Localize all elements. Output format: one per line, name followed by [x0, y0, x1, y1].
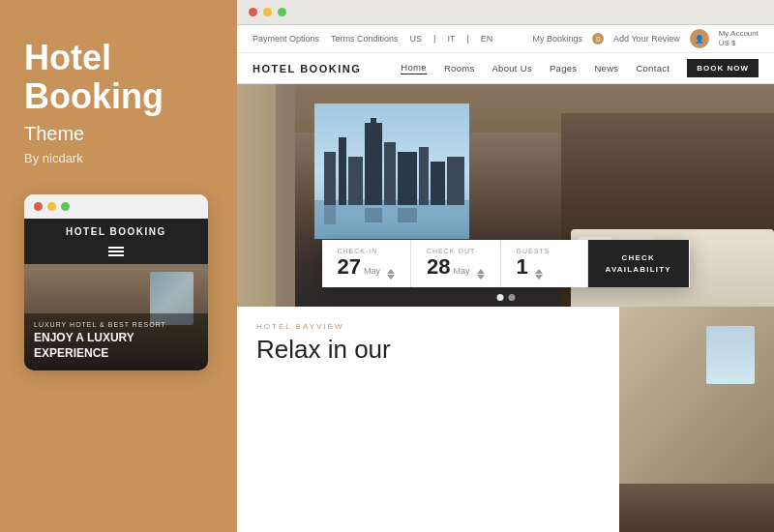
browser-dot-red [249, 8, 257, 16]
guests-up-arrow[interactable] [535, 269, 543, 274]
browser-chrome [237, 0, 774, 25]
check-btn-label: CHECKAVAILABILITY [606, 252, 671, 274]
lang-separator-2: | [466, 34, 468, 44]
mobile-tagline: LUXURY HOTEL & BEST RESORT [34, 321, 198, 328]
checkout-arrows[interactable] [477, 269, 485, 280]
terms-conditions-link[interactable]: Terms Conditions [331, 34, 399, 44]
dot-red [34, 202, 43, 211]
guests-field: GUESTS 1 [501, 240, 588, 287]
svg-rect-3 [339, 137, 346, 205]
svg-rect-1 [314, 200, 469, 239]
checkout-field: CHECK OUT 28 May [411, 240, 501, 287]
website-preview: Payment Options Terms Conditions US | IT… [237, 25, 774, 532]
slide-dot-2[interactable] [508, 294, 515, 301]
checkin-field: CHECK-IN 27 May [322, 240, 412, 287]
browser-dot-green [278, 8, 286, 16]
svg-rect-10 [431, 162, 445, 205]
add-review-link[interactable]: Add Your Review [613, 34, 680, 44]
checkin-label: CHECK-IN [338, 248, 396, 254]
room-thumbnail [619, 307, 774, 532]
svg-rect-12 [324, 205, 336, 224]
dot-green [61, 202, 70, 211]
checkin-value: 27 May [338, 256, 396, 280]
svg-rect-7 [384, 142, 396, 205]
guests-arrows[interactable] [535, 269, 543, 280]
hero-curtain [237, 84, 276, 307]
checkout-month: May [453, 266, 469, 276]
checkout-label: CHECK OUT [427, 248, 485, 254]
theme-label: Theme [24, 123, 213, 145]
lang-us[interactable]: US [410, 34, 423, 44]
svg-rect-14 [398, 208, 417, 222]
page-title: HotelBooking [24, 39, 213, 115]
lang-it[interactable]: IT [447, 34, 455, 44]
hamburger-line-1 [108, 247, 124, 249]
mobile-hero-overlay: LUXURY HOTEL & BEST RESORT ENJOY A LUXUR… [24, 313, 208, 370]
topbar-right: My Bookings 0 Add Your Review 👤 My Accou… [533, 29, 759, 48]
guests-down-arrow[interactable] [535, 275, 543, 280]
checkin-month: May [364, 266, 380, 276]
nav-rooms[interactable]: Rooms [444, 63, 475, 74]
svg-rect-11 [447, 157, 464, 205]
cart-badge[interactable]: 0 [592, 33, 604, 44]
mobile-hero-image: LUXURY HOTEL & BEST RESORT ENJOY A LUXUR… [24, 264, 208, 370]
dot-yellow [47, 202, 56, 211]
svg-rect-6 [371, 118, 376, 128]
nav-pages[interactable]: Pages [550, 63, 577, 74]
checkin-arrows[interactable] [387, 269, 395, 280]
nav-about[interactable]: About Us [491, 63, 531, 74]
checkout-day[interactable]: 28 [427, 256, 450, 278]
hero-area: CHECK-IN 27 May CHECK OUT 28 May [237, 84, 774, 307]
city-skyline-svg [314, 103, 469, 239]
svg-rect-9 [419, 147, 429, 205]
guests-label: GUESTS [517, 248, 572, 254]
bottom-title: Relax in our [256, 335, 600, 365]
hamburger-line-2 [108, 251, 124, 252]
checkout-down-arrow[interactable] [477, 275, 485, 280]
bottom-section: HOTEL BAYVIEW Relax in our [237, 307, 774, 532]
user-account-label: My AccountUS $ [719, 29, 759, 47]
mobile-nav [24, 241, 208, 264]
site-nav: HOTEL BOOKING Home Rooms About Us Pages … [237, 53, 774, 84]
left-panel: HotelBooking Theme By nicdark HOTEL BOOK… [0, 0, 237, 532]
nav-links: Home Rooms About Us Pages News Contact B… [401, 59, 759, 77]
room-thumb-window [706, 326, 755, 384]
avatar[interactable]: 👤 [690, 29, 709, 48]
nav-news[interactable]: News [594, 63, 618, 74]
payment-options-link[interactable]: Payment Options [253, 34, 319, 44]
guests-value: 1 [517, 256, 572, 280]
room-thumb-image [619, 307, 774, 532]
checkin-day[interactable]: 27 [338, 256, 361, 278]
mobile-preview-card: HOTEL BOOKING LUXURY HOTEL & BEST RESORT… [24, 194, 208, 370]
checkin-up-arrow[interactable] [387, 269, 395, 274]
site-topbar: Payment Options Terms Conditions US | IT… [237, 25, 774, 53]
check-availability-button[interactable]: CHECKAVAILABILITY [588, 240, 689, 287]
checkout-up-arrow[interactable] [477, 269, 485, 274]
site-logo: HOTEL BOOKING [253, 63, 361, 74]
hotel-name-label: HOTEL BAYVIEW [256, 322, 600, 331]
checkout-value: 28 May [427, 256, 485, 280]
lang-en[interactable]: EN [481, 34, 493, 44]
book-now-button[interactable]: BOOK NOW [687, 59, 759, 77]
nav-home[interactable]: Home [401, 62, 427, 74]
svg-rect-2 [324, 152, 336, 205]
svg-rect-5 [365, 123, 382, 205]
right-panel: Payment Options Terms Conditions US | IT… [237, 0, 774, 532]
topbar-left: Payment Options Terms Conditions US | IT… [253, 34, 492, 44]
guests-count[interactable]: 1 [517, 256, 528, 278]
svg-rect-4 [348, 157, 363, 205]
lang-separator-1: | [433, 34, 435, 44]
hamburger-line-3 [108, 254, 124, 256]
hero-window [314, 103, 469, 239]
my-bookings-link[interactable]: My Bookings [533, 34, 583, 44]
mobile-logo: HOTEL BOOKING [24, 219, 208, 241]
browser-dot-yellow [263, 8, 272, 16]
author-label: By nicdark [24, 151, 213, 165]
mobile-chrome [24, 194, 208, 219]
booking-bar: CHECK-IN 27 May CHECK OUT 28 May [322, 240, 690, 287]
checkin-down-arrow[interactable] [387, 275, 395, 280]
nav-contact[interactable]: Contact [636, 63, 670, 74]
slide-dot-1[interactable] [496, 294, 503, 301]
svg-rect-8 [398, 152, 417, 205]
svg-rect-13 [365, 208, 382, 222]
